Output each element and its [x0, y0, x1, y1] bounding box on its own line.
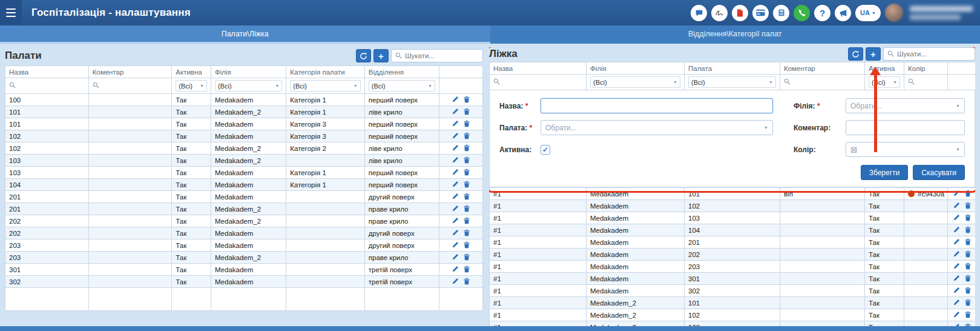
edit-row-button[interactable]: [452, 120, 459, 128]
delete-row-button[interactable]: [965, 275, 971, 283]
delete-row-button[interactable]: [464, 169, 470, 177]
column-filter-select[interactable]: (Всі)▼: [215, 80, 282, 92]
column-filter-select[interactable]: (Всі)▼: [590, 76, 680, 88]
table-row[interactable]: 203ТакMedakadem_2праве крило: [5, 252, 483, 264]
edit-row-button[interactable]: [953, 262, 960, 270]
chat-icon[interactable]: [691, 5, 707, 21]
table-row[interactable]: 100ТакMedakademКатегорія 1перший поверх: [5, 94, 483, 106]
announce-icon[interactable]: [835, 5, 851, 21]
delete-row-button[interactable]: [965, 226, 971, 235]
edit-row-button[interactable]: [452, 266, 459, 273]
bed-color-select[interactable]: ⊠▼: [846, 142, 965, 157]
column-search-icon[interactable]: [908, 78, 915, 85]
refresh-button[interactable]: [356, 49, 371, 62]
column-filter-select[interactable]: (Всі)▼: [176, 80, 207, 92]
horizontal-scrollbar[interactable]: [0, 326, 980, 331]
delete-row-button[interactable]: [965, 287, 971, 295]
table-row[interactable]: 201ТакMedakadem_2праве крило: [5, 203, 483, 215]
edit-row-button[interactable]: [452, 108, 459, 116]
column-search-icon[interactable]: [93, 82, 99, 89]
save-button[interactable]: Зберегти: [861, 165, 909, 180]
table-row[interactable]: #1Medakadem101віпТак#c9430a: [490, 188, 976, 200]
pdf-icon[interactable]: [732, 5, 748, 21]
bed-ward-select[interactable]: Обрати...▼: [541, 120, 773, 135]
edit-row-button[interactable]: [452, 205, 459, 213]
edit-row-button[interactable]: [953, 214, 960, 222]
edit-row-button[interactable]: [953, 202, 960, 210]
edit-row-button[interactable]: [953, 311, 960, 319]
table-row[interactable]: #1Medakadem201Так: [490, 236, 976, 249]
edit-row-button[interactable]: [452, 132, 459, 140]
column-filter-select[interactable]: (Всі)▼: [369, 80, 435, 92]
table-row[interactable]: #1Medakadem301Так: [490, 273, 976, 285]
edit-row-button[interactable]: [452, 241, 459, 249]
edit-row-button[interactable]: [953, 275, 960, 283]
add-ward-button[interactable]: +: [373, 49, 389, 62]
edit-row-button[interactable]: [452, 144, 459, 152]
table-row[interactable]: 103ТакMedakadem_2ліве крило: [5, 155, 483, 167]
edit-row-button[interactable]: [953, 238, 960, 246]
bed-comment-input[interactable]: [846, 120, 965, 135]
wards-search-input[interactable]: [405, 52, 479, 59]
delete-row-button[interactable]: [464, 241, 470, 250]
delete-row-button[interactable]: [464, 278, 470, 286]
table-row[interactable]: 101ТакMedakadem_2Категорія 1ліве крило: [5, 106, 483, 118]
active-checkbox[interactable]: ✓: [541, 145, 550, 155]
delete-row-button[interactable]: [464, 181, 470, 189]
delete-row-button[interactable]: [965, 202, 971, 210]
delete-row-button[interactable]: [464, 193, 470, 201]
table-row[interactable]: 102ТакMedakademКатегорія 3перший поверх: [5, 130, 483, 142]
phone-icon[interactable]: [794, 5, 810, 21]
edit-row-button[interactable]: [452, 229, 459, 237]
table-row[interactable]: #1Medakadem_2101Так: [490, 297, 976, 309]
cancel-button[interactable]: Скасувати: [913, 165, 965, 180]
table-row[interactable]: #1Medakadem202Так: [490, 249, 976, 261]
table-row[interactable]: 201ТакMedakademдругий поверх: [5, 191, 483, 203]
edit-row-button[interactable]: [452, 253, 459, 261]
edit-row-button[interactable]: [452, 156, 459, 164]
table-row[interactable]: 101ТакMedakademКатегорія 3перший поверх: [5, 118, 483, 130]
table-row[interactable]: #1Medakadem104Так: [490, 224, 976, 236]
help-icon[interactable]: ?: [814, 5, 830, 21]
table-row[interactable]: #1Medakadem_2102Так: [490, 309, 976, 321]
column-filter-select[interactable]: (Всі)▼: [290, 80, 360, 92]
column-search-icon[interactable]: [493, 78, 500, 85]
beds-search-input[interactable]: [897, 50, 971, 58]
table-row[interactable]: #1Medakadem302Так: [490, 285, 976, 297]
table-row[interactable]: #1Medakadem_2103Так: [490, 321, 976, 327]
edit-row-button[interactable]: [953, 299, 960, 307]
edit-row-button[interactable]: [452, 193, 459, 201]
table-row[interactable]: 202ТакMedakadem_2праве крило: [5, 215, 483, 227]
column-search-icon[interactable]: [784, 78, 791, 85]
calculator-icon[interactable]: [773, 5, 789, 21]
table-row[interactable]: 102ТакMedakadem_2Категорія 2ліве крило: [5, 142, 483, 155]
edit-row-button[interactable]: [452, 181, 459, 189]
edit-row-button[interactable]: [953, 287, 960, 295]
delete-row-button[interactable]: [464, 217, 470, 226]
edit-row-button[interactable]: [953, 190, 960, 198]
tab-departments-categories[interactable]: Відділення\Категорії палат: [490, 25, 980, 44]
table-row[interactable]: 302ТакMedakademтретій поверх: [5, 276, 483, 288]
edit-row-button[interactable]: [452, 96, 459, 104]
delete-row-button[interactable]: [464, 205, 470, 213]
table-row[interactable]: #1Medakadem203Так: [490, 261, 976, 273]
delete-row-button[interactable]: [464, 253, 470, 262]
delete-row-button[interactable]: [464, 108, 470, 116]
signature-icon[interactable]: [711, 5, 728, 21]
table-row[interactable]: 301ТакMedakademтретій поверх: [5, 264, 483, 276]
edit-row-button[interactable]: [953, 226, 960, 234]
delete-row-button[interactable]: [965, 250, 971, 259]
delete-row-button[interactable]: [965, 190, 971, 198]
bed-name-input[interactable]: [541, 98, 773, 113]
card-icon[interactable]: [752, 5, 769, 21]
delete-row-button[interactable]: [965, 262, 971, 271]
menu-button[interactable]: [0, 0, 22, 25]
table-row[interactable]: 103ТакMedakademКатегорія 1перший поверх: [5, 167, 483, 179]
column-search-icon[interactable]: [9, 82, 16, 89]
edit-row-button[interactable]: [953, 250, 960, 258]
table-row[interactable]: 202ТакMedakademдругий поверх: [5, 227, 483, 239]
column-filter-select[interactable]: (Всі)▼: [688, 76, 776, 88]
delete-row-button[interactable]: [464, 266, 470, 274]
delete-row-button[interactable]: [464, 96, 470, 104]
avatar[interactable]: [885, 4, 903, 22]
